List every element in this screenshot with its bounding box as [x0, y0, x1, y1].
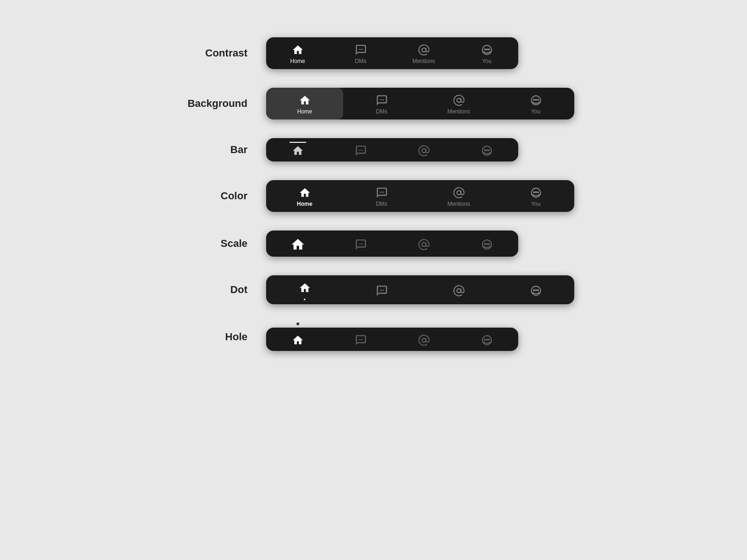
svg-point-10	[383, 99, 384, 100]
nav-home-scale[interactable]	[266, 231, 329, 257]
home-label-contrast: Home	[290, 58, 305, 64]
dot-label: Dot	[163, 284, 266, 296]
nav-mentions-bar[interactable]	[392, 138, 455, 161]
nav-you-scale[interactable]	[455, 232, 518, 255]
svg-point-7	[488, 49, 489, 50]
nav-dms-contrast[interactable]: DMs	[329, 37, 392, 69]
you-icon-bg	[530, 94, 542, 106]
mentions-icon-color	[453, 187, 465, 199]
svg-point-1	[360, 49, 361, 50]
svg-point-6	[486, 49, 487, 50]
nav-you-contrast[interactable]: You	[455, 37, 518, 69]
nav-dms-hole[interactable]	[329, 328, 392, 351]
svg-point-26	[383, 192, 384, 193]
mentions-icon	[418, 44, 430, 56]
svg-point-14	[535, 99, 536, 100]
nav-mentions-dot[interactable]	[420, 278, 497, 301]
nav-you-color[interactable]: You	[497, 180, 574, 212]
svg-point-41	[381, 290, 382, 291]
svg-point-29	[533, 192, 534, 193]
contrast-navbar: Home DMs Mentions You	[266, 37, 518, 69]
home-label-background: Home	[297, 108, 312, 115]
scale-label: Scale	[163, 238, 266, 250]
dms-icon-scale	[355, 238, 367, 251]
dms-icon-color	[376, 187, 388, 199]
mentions-icon-dot	[453, 285, 465, 297]
svg-point-46	[535, 290, 536, 291]
scale-navbar	[266, 231, 518, 257]
nav-home-dot[interactable]	[266, 275, 343, 304]
nav-mentions-color[interactable]: Mentions	[420, 180, 497, 212]
nav-mentions-contrast[interactable]: Mentions	[392, 37, 455, 69]
nav-dms-dot[interactable]	[343, 278, 420, 301]
svg-point-42	[383, 290, 384, 291]
nav-mentions-scale[interactable]	[392, 232, 455, 255]
nav-dms-background[interactable]: DMs	[343, 88, 420, 119]
svg-point-40	[380, 290, 381, 291]
home-icon-color	[299, 187, 311, 199]
nav-dms-scale[interactable]	[329, 232, 392, 255]
svg-point-21	[484, 150, 485, 151]
svg-point-30	[535, 192, 536, 193]
home-icon-scale	[290, 237, 305, 252]
you-label-background: You	[531, 108, 540, 115]
hole-dot	[296, 322, 299, 325]
svg-point-3	[422, 48, 426, 52]
nav-mentions-hole[interactable]	[392, 328, 455, 351]
svg-point-37	[484, 244, 485, 245]
you-icon-dot	[530, 285, 542, 297]
svg-point-13	[533, 99, 534, 100]
dms-icon-bar	[355, 145, 367, 157]
svg-point-0	[359, 49, 359, 50]
svg-point-45	[533, 290, 534, 291]
svg-point-55	[488, 339, 489, 340]
nav-dms-color[interactable]: DMs	[343, 180, 420, 212]
svg-point-2	[362, 49, 363, 50]
mentions-icon-bar	[418, 145, 430, 157]
svg-point-48	[359, 339, 359, 340]
nav-you-hole[interactable]	[455, 328, 518, 351]
bar-label: Bar	[163, 144, 266, 156]
dms-icon-hole	[355, 334, 367, 346]
svg-point-19	[422, 149, 426, 153]
background-row: Background Home DMs Mentions You	[163, 88, 584, 119]
nav-home-hole[interactable]	[266, 328, 329, 351]
svg-point-27	[457, 191, 461, 195]
nav-home-color[interactable]: Home	[266, 180, 343, 212]
svg-point-31	[537, 192, 538, 193]
home-label-color: Home	[297, 201, 312, 207]
svg-point-49	[360, 339, 361, 340]
scale-row: Scale	[163, 231, 584, 257]
svg-point-16	[359, 150, 359, 151]
contrast-row: Contrast Home DMs Mentions You	[163, 37, 584, 69]
nav-home-bar[interactable]	[266, 138, 329, 161]
you-icon-hole	[481, 334, 493, 346]
home-icon-bar	[292, 145, 304, 157]
home-icon-hole	[292, 334, 304, 346]
dms-icon-bg	[376, 94, 388, 106]
nav-home-background[interactable]: Home	[266, 88, 343, 119]
svg-point-32	[359, 244, 359, 245]
nav-you-dot[interactable]	[497, 278, 574, 301]
svg-point-17	[360, 150, 361, 151]
mentions-label-color: Mentions	[447, 201, 470, 207]
svg-point-11	[457, 98, 461, 103]
hole-row: Hole	[163, 323, 584, 351]
mentions-label-contrast: Mentions	[412, 58, 435, 64]
you-icon-color	[530, 187, 542, 199]
nav-you-bar[interactable]	[455, 138, 518, 161]
nav-home-contrast[interactable]: Home	[266, 37, 329, 69]
svg-point-5	[484, 49, 485, 50]
svg-point-24	[380, 192, 381, 193]
color-label: Color	[163, 190, 266, 202]
nav-dms-bar[interactable]	[329, 138, 392, 161]
you-label-contrast: You	[482, 58, 491, 64]
svg-point-50	[362, 339, 363, 340]
hole-wrapper	[266, 323, 518, 351]
dms-icon-dot	[376, 285, 388, 297]
bar-row: Bar	[163, 138, 584, 161]
nav-mentions-background[interactable]: Mentions	[420, 88, 497, 119]
nav-you-background[interactable]: You	[497, 88, 574, 119]
mentions-icon-hole	[418, 334, 430, 346]
svg-point-43	[457, 289, 461, 293]
